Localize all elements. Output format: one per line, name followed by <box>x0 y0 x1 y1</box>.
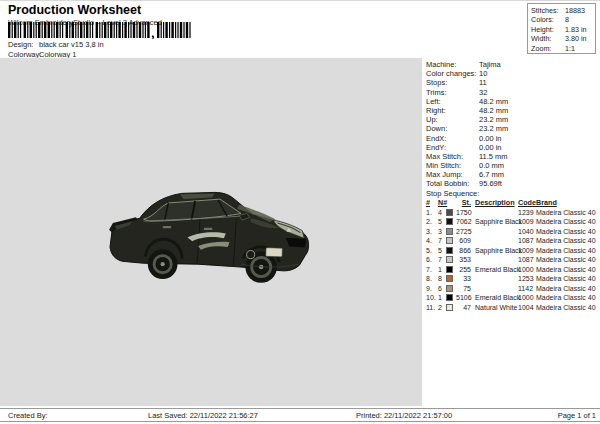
row-idx: 9. <box>426 284 438 294</box>
stop-row: 7. 1 255 Emerald Black 1000 Madeira Clas… <box>426 265 598 275</box>
page-number: Page 1 of 1 <box>558 411 596 420</box>
row-idx: 3. <box>426 227 438 237</box>
machine-info-list: Machine:Tajima Color changes:10 Stops:11… <box>426 60 598 189</box>
stop-row: 4. 7 609 1087 Madeira Classic 40 <box>426 236 598 246</box>
row-stitches: 47 <box>456 303 472 313</box>
design-stats-box: Stitches:18883 Colors:8 Height:1.83 in W… <box>527 3 596 54</box>
row-stitches: 353 <box>456 255 472 265</box>
footer-bar: Created By: Last Saved: 22/11/2022 21:56… <box>0 408 600 422</box>
row-needle: 1 <box>438 293 446 303</box>
row-description: Sapphire Black <box>472 217 517 227</box>
total-bobbin-label: Total Bobbin: <box>426 179 479 188</box>
row-code: 1000 <box>517 265 536 275</box>
color-changes-value: 10 <box>479 69 598 78</box>
row-idx: 2. <box>426 217 438 227</box>
zoom-value: 1:1 <box>565 44 595 53</box>
up-label: Up: <box>426 115 479 124</box>
col-description: Description <box>472 198 517 208</box>
row-needle: 1 <box>438 265 446 275</box>
thread-color-swatch <box>446 228 453 235</box>
endy-value: 0.00 in <box>479 143 598 152</box>
row-description: Emerald Black <box>472 265 517 275</box>
width-label: Width: <box>531 34 565 43</box>
stop-row: 8. 8 33 1253 Madeira Classic 40 <box>426 274 598 284</box>
row-stitches: 866 <box>456 246 472 256</box>
thread-color-swatch <box>446 209 453 216</box>
height-value: 1.83 in <box>565 25 595 34</box>
thread-color-swatch <box>446 294 453 301</box>
row-brand: Madeira Classic 40 <box>536 208 598 218</box>
design-label: Design: <box>8 40 39 49</box>
stop-row: 9. 6 75 1142 Madeira Classic 40 <box>426 284 598 294</box>
left-value: 48.2 mm <box>479 97 598 106</box>
row-code: 1239 <box>517 208 536 218</box>
row-needle: 8 <box>438 274 446 284</box>
stop-row: 5. 5 866 Sapphire Black 1009 Madeira Cla… <box>426 246 598 256</box>
color-changes-label: Color changes: <box>426 69 479 78</box>
row-code: 1009 <box>517 217 536 227</box>
row-code: 1000 <box>517 293 536 303</box>
row-stitches: 33 <box>456 274 472 284</box>
stops-label: Stops: <box>426 78 479 87</box>
row-stitches: 609 <box>456 236 472 246</box>
row-idx: 6. <box>426 255 438 265</box>
endx-value: 0.00 in <box>479 134 598 143</box>
stops-value: 11 <box>479 78 598 87</box>
row-code: 1009 <box>517 246 536 256</box>
height-label: Height: <box>531 25 565 34</box>
row-brand: Madeira Classic 40 <box>536 227 598 237</box>
max-jump-label: Max Jump: <box>426 170 479 179</box>
stop-row: 6. 7 353 1087 Madeira Classic 40 <box>426 255 598 265</box>
row-code: 1087 <box>517 236 536 246</box>
row-stitches: 75 <box>456 284 472 294</box>
row-idx: 8. <box>426 274 438 284</box>
thread-color-swatch <box>446 275 453 282</box>
machine-label: Machine: <box>426 60 479 69</box>
down-label: Down: <box>426 124 479 133</box>
row-brand: Madeira Classic 40 <box>536 265 598 275</box>
row-stitches: 2725 <box>456 227 472 237</box>
colors-value: 8 <box>565 15 595 24</box>
min-stitch-value: 0.0 mm <box>479 161 598 170</box>
row-code: 1040 <box>517 227 536 237</box>
row-needle: 4 <box>438 208 446 218</box>
stitches-label: Stitches: <box>531 6 565 15</box>
thread-color-swatch <box>446 237 453 244</box>
row-idx: 5. <box>426 246 438 256</box>
stitches-value: 18883 <box>565 6 595 15</box>
col-idx: # <box>426 198 438 208</box>
machine-value: Tajima <box>479 60 598 69</box>
row-brand: Madeira Classic 40 <box>536 274 598 284</box>
row-needle: 5 <box>438 217 446 227</box>
row-needle: 6 <box>438 284 446 294</box>
thread-color-swatch <box>446 256 453 263</box>
design-row: Design: black car v15 3,8 in <box>8 40 104 49</box>
row-description: Natural White <box>472 303 517 313</box>
row-idx: 1. <box>426 208 438 218</box>
up-value: 23.2 mm <box>479 115 598 124</box>
row-needle: 3 <box>438 227 446 237</box>
row-needle: 2 <box>438 303 446 313</box>
stop-row: 1. 4 1750 1239 Madeira Classic 40 <box>426 208 598 218</box>
right-value: 48.2 mm <box>479 106 598 115</box>
thread-color-swatch <box>446 218 453 225</box>
design-value: black car v15 3,8 in <box>39 40 104 49</box>
thread-color-swatch <box>446 304 453 311</box>
page-title: Production Worksheet <box>8 3 141 17</box>
row-stitches: 255 <box>456 265 472 275</box>
right-label: Right: <box>426 106 479 115</box>
col-st: St. <box>456 198 472 208</box>
row-idx: 4. <box>426 236 438 246</box>
max-stitch-label: Max Stitch: <box>426 152 479 161</box>
row-needle: 7 <box>438 255 446 265</box>
design-canvas <box>0 58 422 406</box>
stop-row: 2. 5 7062 Sapphire Black 1009 Madeira Cl… <box>426 217 598 227</box>
row-brand: Madeira Classic 40 <box>536 236 598 246</box>
stop-sequence-section: Stop Sequence: # N# St. Description Code… <box>426 189 598 312</box>
row-brand: Madeira Classic 40 <box>536 284 598 294</box>
col-brand: Brand <box>536 198 598 208</box>
endx-label: EndX: <box>426 134 479 143</box>
row-description: Emerald Black <box>472 293 517 303</box>
row-brand: Madeira Classic 40 <box>536 303 598 313</box>
stop-row: 10. 1 5106 Emerald Black 1000 Madeira Cl… <box>426 293 598 303</box>
